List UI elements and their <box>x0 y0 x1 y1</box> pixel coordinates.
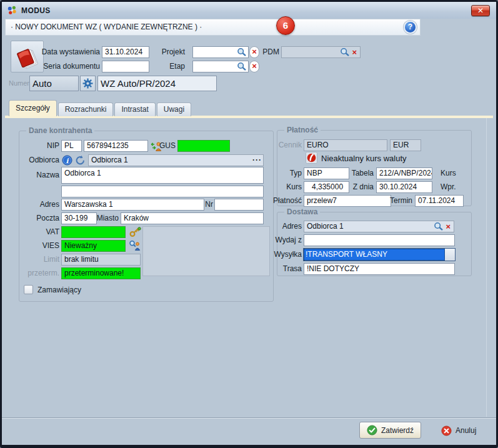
platnosc-value: przelew7 <box>307 196 337 205</box>
gus-status-field <box>177 140 230 152</box>
typ-label: Typ <box>255 167 302 179</box>
close-icon: ✕ <box>477 6 484 15</box>
trasa-value: !NIE DOTYCZY <box>307 264 359 273</box>
zamawiajacy-checkbox[interactable] <box>24 285 33 294</box>
nip-prefix-value: PL <box>64 141 74 150</box>
tab-intrastat[interactable]: Intrastat <box>114 102 155 116</box>
kontrahent-info-panel <box>142 226 270 276</box>
vies-status-value: Nieważny <box>64 241 97 250</box>
numer-label: Numer <box>9 77 30 89</box>
help-icon: ? <box>408 22 412 31</box>
search-icon[interactable] <box>237 47 247 57</box>
tab-rozrachunki[interactable]: Rozrachunki <box>58 102 114 116</box>
zatwierdz-label: Zatwierdź <box>381 426 414 435</box>
combo-arrow-button[interactable] <box>445 249 455 261</box>
projekt-clear-button[interactable]: × <box>249 46 259 58</box>
seria-dokumentu-combo[interactable] <box>102 61 149 72</box>
modus-window: MODUS ✕ · NOWY DOKUMENT WZ ( WYDANIE ZEW… <box>0 0 498 448</box>
miasto-field[interactable]: Kraków <box>121 212 264 224</box>
tabela-field[interactable]: 212/A/NBP/2024 <box>376 167 432 179</box>
pdm-field[interactable]: × <box>281 46 361 58</box>
przeterm-label: przeterm. <box>12 267 59 279</box>
data-wystawienia-value: 31.10.2024 <box>105 47 142 56</box>
platnosc-title: Płatność <box>284 126 321 134</box>
vies-verify-icon[interactable] <box>129 240 141 251</box>
vat-label: VAT <box>12 226 59 238</box>
vat-verify-icon[interactable] <box>129 226 142 237</box>
trasa-combo[interactable]: !NIE DOTYCZY <box>304 263 455 275</box>
gear-icon <box>82 78 93 89</box>
close-button[interactable]: ✕ <box>471 5 490 16</box>
window-bottom-border <box>0 445 498 448</box>
dostawa-adres-field[interactable]: Odbiorca 1 × <box>304 221 454 232</box>
etap-field[interactable] <box>192 61 249 72</box>
waluta-field: EUR <box>390 139 421 151</box>
adres-value: Warszawska 1 <box>64 200 113 209</box>
nip-field[interactable]: 5678941235 <box>84 140 148 152</box>
cennik-combo: EURO <box>304 139 387 151</box>
waluta-value: EUR <box>393 141 409 149</box>
miasto-label: Miasto <box>94 212 119 224</box>
termin-label: Termin <box>381 195 412 207</box>
info-icon[interactable]: i <box>62 155 72 166</box>
zatwierdz-button[interactable]: Zatwierdź <box>359 422 421 439</box>
limit-label: Limit <box>12 254 59 266</box>
content-right-edge <box>486 118 487 417</box>
tab-bar: Szczegóły Rozrachunki Intrastat Uwagi <box>9 100 191 116</box>
numer-mode-combo[interactable]: Auto <box>29 76 79 91</box>
refresh-icon[interactable] <box>75 155 86 166</box>
numer-settings-button[interactable] <box>80 76 96 91</box>
nazwa-field-1[interactable]: Odbiorca 1 <box>61 167 264 184</box>
seria-dokumentu-label: Seria dokumentu <box>35 61 100 72</box>
clear-icon: × <box>252 47 257 56</box>
termin-value: 07.11.2024 <box>418 196 455 205</box>
kurs-right-label: Kurs <box>441 167 466 179</box>
currency-warning-text: Nieaktualny kurs waluty <box>321 152 407 164</box>
odbiorca-field[interactable]: Odbiorca 1 ··· <box>88 154 264 166</box>
wydajz-label: Wydaj z <box>255 234 302 246</box>
zdnia-value: 30.10.2024 <box>379 182 417 191</box>
x-circle-icon <box>441 426 452 436</box>
platnosc-combo[interactable]: przelew7 <box>304 195 391 207</box>
trasa-label: Trasa <box>255 263 302 275</box>
nip-value: 5678941235 <box>87 141 129 150</box>
currency-warning-icon[interactable] <box>306 152 317 164</box>
termin-combo[interactable]: 07.11.2024 <box>415 195 464 207</box>
poczta-field[interactable]: 30-199 <box>61 212 97 224</box>
ellipsis-button[interactable]: ··· <box>252 155 262 166</box>
anuluj-button[interactable]: Anuluj <box>441 425 476 436</box>
nazwa-field-2[interactable] <box>61 186 264 197</box>
wydajz-combo[interactable] <box>304 234 455 246</box>
poczta-value: 30-199 <box>64 214 87 222</box>
projekt-field[interactable] <box>192 46 249 58</box>
dane-kontrahenta-title: Dane kontrahenta <box>26 126 94 135</box>
przeterm-value: przeterminowane! <box>64 269 124 277</box>
tab-szczegoly[interactable]: Szczegóły <box>9 100 57 116</box>
etap-label: Etap <box>154 61 185 72</box>
title-bar[interactable]: MODUS <box>2 2 496 19</box>
wpr-label: Wpr. <box>441 181 466 193</box>
vat-status-field <box>61 226 126 238</box>
anuluj-label: Anuluj <box>456 426 476 435</box>
etap-clear-button[interactable]: × <box>249 61 259 72</box>
footer-divider-highlight <box>2 418 496 419</box>
numer-value: WZ Auto/PR/2024 <box>101 78 176 89</box>
clear-icon[interactable]: × <box>444 222 452 231</box>
data-wystawienia-combo[interactable]: 31.10.2024 <box>102 46 149 58</box>
numer-value-field[interactable]: WZ Auto/PR/2024 <box>97 76 217 91</box>
search-icon[interactable] <box>434 222 444 231</box>
window-title: MODUS <box>21 6 51 15</box>
help-button[interactable]: ? <box>404 21 417 34</box>
search-icon[interactable] <box>340 47 350 57</box>
clear-icon[interactable]: × <box>350 48 359 56</box>
nip-prefix-field[interactable]: PL <box>61 140 82 152</box>
tab-uwagi[interactable]: Uwagi <box>157 102 191 116</box>
wysylka-combo[interactable]: !TRANSPORT WŁASNY <box>303 248 456 261</box>
odbiorca-value: Odbiorca 1 <box>91 155 252 166</box>
search-icon[interactable] <box>237 62 247 71</box>
poczta-label: Poczta <box>12 212 59 224</box>
tabela-label: Tabela <box>337 167 374 179</box>
zdnia-combo[interactable]: 30.10.2024 <box>376 181 432 193</box>
nip-label: NIP <box>12 140 59 152</box>
adres-field[interactable]: Warszawska 1 <box>61 199 204 211</box>
